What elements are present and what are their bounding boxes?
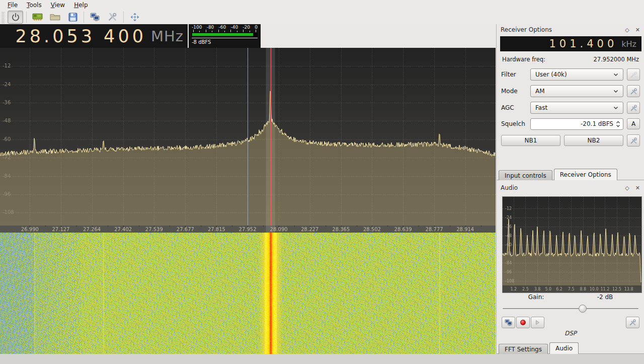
play-icon [535,320,540,325]
power-icon [11,13,20,22]
pan-arrows-icon [130,13,139,22]
meter-bar-track [192,33,258,37]
chevron-down-icon [613,90,618,93]
power-button[interactable] [8,11,23,24]
tools-button[interactable] [105,11,120,24]
tab-audio[interactable]: Audio [549,342,579,354]
spin-arrows-icon[interactable] [616,120,620,128]
gain-row: Gain: -2 dB [502,294,639,301]
frequency-display[interactable]: 28.053 400 MHz [0,24,188,48]
soundcard-button[interactable] [30,11,45,24]
save-button[interactable] [65,11,80,24]
audio-fft-plot [502,196,642,293]
toolbar-separator [84,12,84,23]
gain-value: -2 dB [571,294,639,301]
mode-row: Mode AM [501,85,640,97]
open-folder-icon [50,13,60,21]
nb-settings-button[interactable] [627,134,640,147]
agc-value: Fast [535,104,547,111]
squelch-value: -20.1 dBFS [581,120,613,127]
gqrx-window: { "menu_bar": { "items": [ {"label":"Fil… [0,0,644,364]
status-bar [0,354,644,364]
menu-bar: File Tools View Help [0,0,644,10]
receiver-options-title: Receiver Options [501,26,552,33]
remote-control-button[interactable] [87,11,103,24]
frequency-unit: MHz [151,28,184,45]
hardware-freq-row: Hardware freq: 27.952000 MHz [502,56,639,63]
soundcard-icon [32,13,43,21]
chevron-down-icon [613,106,618,110]
channel-frequency-digits[interactable]: 101.400 [549,38,617,50]
toolbar-separator [123,12,124,23]
close-dock-icon[interactable]: ✕ [635,27,640,33]
filter-select[interactable]: User (40k) [530,68,623,81]
signal-meter: -100-80-60-40-200 -8 dBFS [189,24,261,48]
chevron-down-icon [613,73,618,77]
filter-settings-button [627,68,640,81]
noise-blanker-row: NB1 NB2 [501,134,640,147]
tools-icon [629,319,636,326]
slider-groove [503,308,638,309]
agc-select[interactable]: Fast [530,102,623,114]
slider-handle[interactable] [579,305,587,313]
meter-value-label: -8 dBFS [192,39,258,45]
record-icon [520,320,526,325]
gain-slider[interactable] [503,304,638,313]
menu-tools[interactable]: Tools [22,1,46,10]
pan-button[interactable] [127,11,142,24]
save-icon [68,13,77,22]
nb1-button[interactable]: NB1 [501,135,560,146]
frequency-digits[interactable]: 28.053 400 [16,26,146,46]
mode-label: Mode [501,88,530,95]
squelch-auto-button[interactable]: A [627,118,640,129]
squelch-spinbox[interactable]: -20.1 dBFS [530,118,623,130]
remote-computers-icon [90,12,100,22]
mode-value: AM [535,88,545,95]
meter-ticks [192,30,258,32]
menu-help[interactable]: Help [69,1,92,10]
agc-settings-button[interactable] [627,102,640,114]
tools-icon [108,12,117,22]
meter-baseline [192,38,258,38]
audio-title: Audio [501,184,518,191]
toolbar-handle[interactable] [2,11,5,23]
tab-receiver-options[interactable]: Receiver Options [554,169,617,180]
menu-file[interactable]: File [3,1,22,10]
float-dock-icon[interactable]: ◇ [625,185,629,191]
filter-label: Filter [501,71,530,78]
audio-titlebar: Audio ◇ ✕ [501,184,640,192]
audio-options-button[interactable] [626,317,639,328]
meter-level-bar [192,33,253,36]
squelch-label: Squelch [501,120,530,127]
agc-label: AGC [501,104,530,111]
mode-settings-button[interactable] [627,85,640,97]
record-audio-button[interactable] [516,317,530,328]
dock-tabbar-bottom: FFT Settings Audio [499,342,580,354]
hardware-freq-label: Hardware freq: [502,56,545,63]
mode-select[interactable]: AM [530,85,623,97]
channel-frequency-unit: kHz [621,39,636,49]
channel-frequency-display[interactable]: 101.400 kHz [500,36,641,51]
agc-row: AGC Fast [501,102,640,114]
waterfall-display[interactable] [0,233,496,354]
close-dock-icon[interactable]: ✕ [635,185,640,191]
meter-scale-labels: -100-80-60-40-200 [192,25,258,30]
menu-view[interactable]: View [46,1,69,10]
tab-input-controls[interactable]: Input controls [499,170,552,180]
right-dock-panel: Receiver Options ◇ ✕ 101.400 kHz Hardwar… [496,24,644,354]
tab-fft-settings[interactable]: FFT Settings [499,344,548,354]
receiver-options-titlebar: Receiver Options ◇ ✕ [501,26,640,34]
squelch-row: Squelch -20.1 dBFS A [501,118,640,130]
gain-label: Gain: [502,294,571,301]
dock-tabbar-top: Input controls Receiver Options [499,169,619,180]
toolbar [0,10,644,24]
rf-spectrum-plot[interactable] [0,48,496,233]
hardware-freq-value: 27.952000 MHz [594,56,639,63]
open-folder-button[interactable] [47,11,63,24]
float-dock-icon[interactable]: ◇ [625,27,629,33]
filter-value: User (40k) [535,71,567,78]
audio-stream-button[interactable] [502,317,515,328]
toolbar-separator [26,12,27,23]
nb2-button[interactable]: NB2 [564,135,623,146]
dsp-label: DSP [497,330,644,337]
